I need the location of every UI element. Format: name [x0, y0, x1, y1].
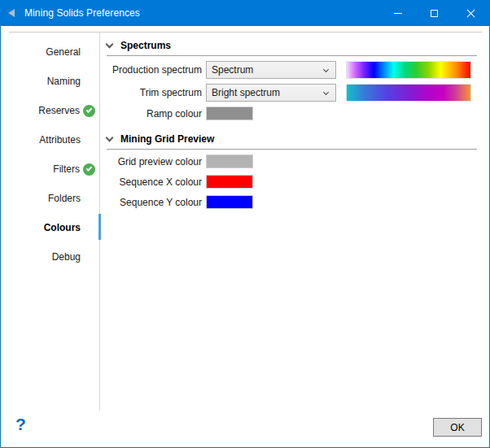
- sidebar-item-label: Colours: [44, 222, 81, 233]
- section-mining-grid-preview: Mining Grid Preview Grid preview colour …: [107, 133, 481, 209]
- sidebar-item-debug[interactable]: Debug: [1, 242, 99, 272]
- sidebar-item-general[interactable]: General: [1, 37, 99, 67]
- sidebar-item-label: Debug: [52, 251, 81, 263]
- colours-panel: Spectrums Production spectrum Spectrum T…: [100, 33, 489, 411]
- sequence-y-colour-swatch[interactable]: [206, 195, 253, 209]
- sidebar-item-label: General: [46, 46, 81, 58]
- minimize-button[interactable]: [379, 0, 416, 26]
- dropdown-value: Spectrum: [212, 64, 324, 76]
- app-back-triangle-icon: [8, 9, 15, 17]
- section-rows: Production spectrum Spectrum Trim spectr…: [107, 61, 481, 120]
- field-label: Grid preview colour: [107, 156, 202, 167]
- sidebar-item-naming[interactable]: Naming: [1, 67, 99, 96]
- minimize-icon: [394, 13, 402, 14]
- section-title: Mining Grid Preview: [120, 133, 214, 145]
- section-divider: [107, 149, 477, 150]
- section-divider: [107, 55, 477, 56]
- trim-spectrum-row: Trim spectrum Bright spectrum: [107, 84, 481, 102]
- production-spectrum-row: Production spectrum Spectrum: [107, 61, 481, 79]
- sidebar-item-colours[interactable]: Colours: [1, 213, 99, 242]
- check-circle-icon: [83, 163, 95, 176]
- section-spectrums: Spectrums Production spectrum Spectrum T…: [107, 40, 481, 120]
- field-label: Sequence Y colour: [107, 197, 202, 208]
- titlebar[interactable]: Mining Solids Preferences: [1, 0, 489, 26]
- section-header-mining-grid-preview[interactable]: Mining Grid Preview: [107, 133, 481, 145]
- sidebar-item-reserves[interactable]: Reserves: [1, 96, 99, 125]
- dropdown-value: Bright spectrum: [212, 87, 324, 98]
- sidebar-item-folders[interactable]: Folders: [1, 184, 99, 213]
- chevron-down-icon: [323, 66, 329, 72]
- ramp-colour-row: Ramp colour: [107, 107, 481, 120]
- sidebar-item-filters[interactable]: Filters: [1, 154, 99, 184]
- chevron-down-icon: [106, 40, 114, 48]
- caption-buttons: [379, 0, 489, 26]
- checkmark-icon: [86, 107, 93, 113]
- selected-item-accent: [98, 214, 101, 240]
- trim-spectrum-preview: [346, 84, 471, 102]
- maximize-button[interactable]: [416, 0, 453, 26]
- grid-preview-colour-swatch[interactable]: [206, 154, 253, 168]
- maximize-icon: [431, 10, 438, 17]
- production-spectrum-preview: [346, 61, 471, 79]
- section-rows: Grid preview colour Sequence X colour Se…: [107, 154, 481, 209]
- close-button[interactable]: [453, 0, 489, 26]
- chevron-down-icon: [323, 89, 329, 94]
- check-circle-icon: [83, 105, 95, 117]
- field-label: Production spectrum: [107, 64, 202, 76]
- field-label: Sequence X colour: [107, 176, 202, 188]
- trim-spectrum-dropdown[interactable]: Bright spectrum: [206, 84, 336, 102]
- dialog-footer: ? OK: [1, 411, 489, 447]
- sidebar-item-label: Folders: [48, 193, 81, 204]
- sidebar-item-attributes[interactable]: Attributes: [1, 125, 99, 154]
- sidebar: General Naming Reserves Attributes Filte…: [1, 33, 100, 411]
- section-title: Spectrums: [120, 40, 171, 51]
- sidebar-item-label: Filters: [53, 163, 80, 175]
- section-header-spectrums[interactable]: Spectrums: [107, 40, 481, 51]
- window-title: Mining Solids Preferences: [24, 7, 140, 19]
- field-label: Trim spectrum: [107, 87, 202, 98]
- sequence-x-colour-swatch[interactable]: [206, 175, 253, 189]
- sidebar-item-label: Attributes: [39, 134, 81, 146]
- dialog-body: General Naming Reserves Attributes Filte…: [1, 33, 489, 411]
- sequence-y-colour-row: Sequence Y colour: [107, 195, 481, 209]
- grid-preview-colour-row: Grid preview colour: [107, 154, 481, 168]
- ok-button[interactable]: OK: [433, 418, 482, 437]
- help-button[interactable]: ?: [15, 415, 26, 434]
- sidebar-item-label: Reserves: [38, 105, 80, 116]
- checkmark-icon: [86, 165, 93, 172]
- close-icon: [466, 9, 475, 18]
- sidebar-item-label: Naming: [47, 76, 81, 87]
- ramp-colour-swatch[interactable]: [206, 107, 253, 120]
- sequence-x-colour-row: Sequence X colour: [107, 175, 481, 189]
- preferences-window: Mining Solids Preferences General Naming…: [0, 0, 490, 448]
- production-spectrum-dropdown[interactable]: Spectrum: [206, 61, 336, 79]
- field-label: Ramp colour: [107, 108, 202, 120]
- chevron-down-icon: [106, 133, 114, 141]
